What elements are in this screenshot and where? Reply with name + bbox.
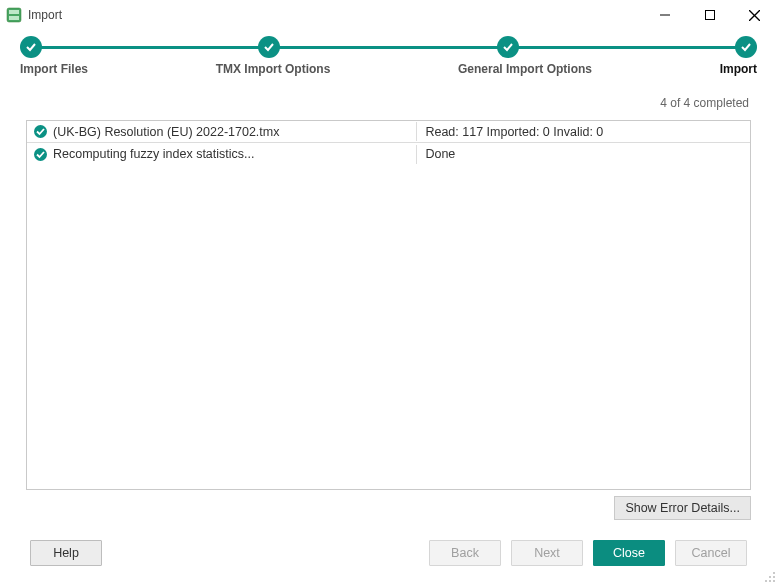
task-name: (UK-BG) Resolution (EU) 2022-1702.tmx [53, 125, 279, 139]
step-node-tmx-options [258, 36, 280, 58]
titlebar: Import [0, 0, 777, 30]
table-row: Recomputing fuzzy index statistics... Do… [27, 143, 750, 165]
svg-point-9 [773, 572, 775, 574]
stepper-label: General Import Options [458, 62, 592, 76]
stepper-label: Import [720, 62, 757, 76]
svg-point-10 [769, 576, 771, 578]
svg-point-8 [34, 148, 47, 161]
svg-point-11 [773, 576, 775, 578]
minimize-button[interactable] [642, 0, 687, 30]
maximize-button[interactable] [687, 0, 732, 30]
svg-point-13 [769, 580, 771, 582]
help-button[interactable]: Help [30, 540, 102, 566]
svg-point-12 [765, 580, 767, 582]
wizard-footer: Help Back Next Close Cancel [0, 520, 777, 584]
task-status: Done [417, 145, 750, 163]
resize-grip-icon[interactable] [762, 569, 776, 583]
stepper-label: Import Files [20, 62, 88, 76]
close-button[interactable]: Close [593, 540, 665, 566]
show-error-details-button[interactable]: Show Error Details... [614, 496, 751, 520]
wizard-stepper: Import Files TMX Import Options General … [0, 30, 777, 76]
task-name: Recomputing fuzzy index statistics... [53, 147, 254, 161]
close-window-button[interactable] [732, 0, 777, 30]
back-button: Back [429, 540, 501, 566]
window-title: Import [28, 8, 642, 22]
svg-point-14 [773, 580, 775, 582]
progress-summary: 4 of 4 completed [26, 86, 751, 120]
table-row: (UK-BG) Resolution (EU) 2022-1702.tmx Re… [27, 121, 750, 143]
stepper-label: TMX Import Options [216, 62, 331, 76]
svg-rect-2 [9, 16, 19, 20]
svg-point-7 [34, 125, 47, 138]
step-node-import [735, 36, 757, 58]
app-icon [6, 7, 22, 23]
import-results-table: (UK-BG) Resolution (EU) 2022-1702.tmx Re… [26, 120, 751, 490]
cancel-button: Cancel [675, 540, 747, 566]
step-node-general-options [497, 36, 519, 58]
success-check-icon [33, 124, 48, 139]
task-status: Read: 117 Imported: 0 Invalid: 0 [417, 123, 750, 141]
svg-rect-4 [705, 11, 714, 20]
window-controls [642, 0, 777, 30]
success-check-icon [33, 147, 48, 162]
step-node-import-files [20, 36, 42, 58]
svg-rect-1 [9, 10, 19, 14]
next-button: Next [511, 540, 583, 566]
